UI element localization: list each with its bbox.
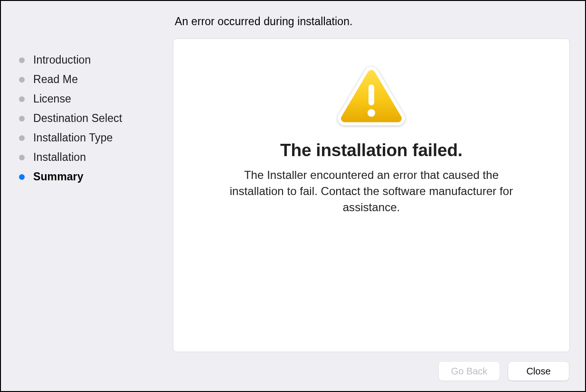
step-summary: Summary: [19, 167, 173, 187]
content-panel: The installation failed. The Installer e…: [173, 38, 570, 352]
bullet-icon: [19, 77, 25, 83]
bullet-icon: [19, 57, 25, 63]
bullet-icon: [19, 96, 25, 102]
step-introduction: Introduction: [19, 50, 173, 70]
step-installation-type: Installation Type: [19, 128, 173, 148]
step-label: Introduction: [33, 55, 91, 65]
page-header: An error occurred during installation.: [173, 12, 570, 38]
step-read-me: Read Me: [19, 70, 173, 89]
bullet-icon: [19, 174, 25, 180]
installer-window: Introduction Read Me License Destination…: [0, 0, 586, 392]
step-license: License: [19, 89, 173, 109]
main-column: An error occurred during installation.: [173, 12, 570, 381]
error-title: The installation failed.: [280, 140, 463, 160]
button-row: Go Back Close: [173, 352, 570, 381]
step-destination-select: Destination Select: [19, 109, 173, 128]
svg-rect-0: [369, 84, 374, 105]
close-button[interactable]: Close: [508, 362, 569, 381]
bullet-icon: [19, 135, 25, 141]
window-content: Introduction Read Me License Destination…: [2, 2, 584, 390]
step-label: License: [33, 93, 71, 104]
step-label: Installation Type: [33, 132, 113, 143]
warning-icon: [336, 65, 407, 128]
step-label: Summary: [33, 171, 84, 182]
step-label: Read Me: [33, 74, 78, 85]
bullet-icon: [19, 116, 25, 121]
step-installation: Installation: [19, 148, 173, 167]
steps-sidebar: Introduction Read Me License Destination…: [16, 12, 173, 381]
content-row: Introduction Read Me License Destination…: [16, 12, 570, 381]
bullet-icon: [19, 155, 25, 160]
go-back-button: Go Back: [439, 362, 500, 381]
error-body: The Installer encountered an error that …: [219, 167, 523, 215]
svg-point-1: [368, 109, 375, 117]
step-label: Destination Select: [33, 113, 122, 124]
step-label: Installation: [33, 152, 86, 163]
